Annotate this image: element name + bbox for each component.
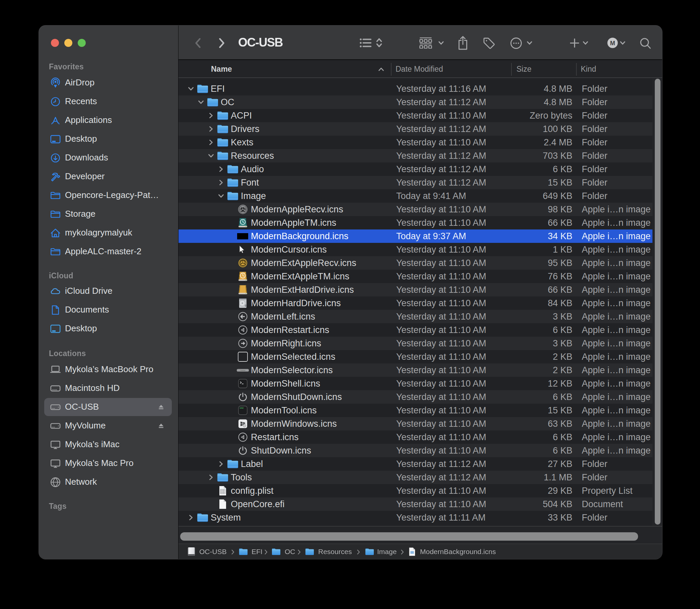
svg-text:M: M [610,40,615,47]
svg-text:EXEC: EXEC [240,407,244,410]
svg-text:Continue: Continue [240,369,245,371]
